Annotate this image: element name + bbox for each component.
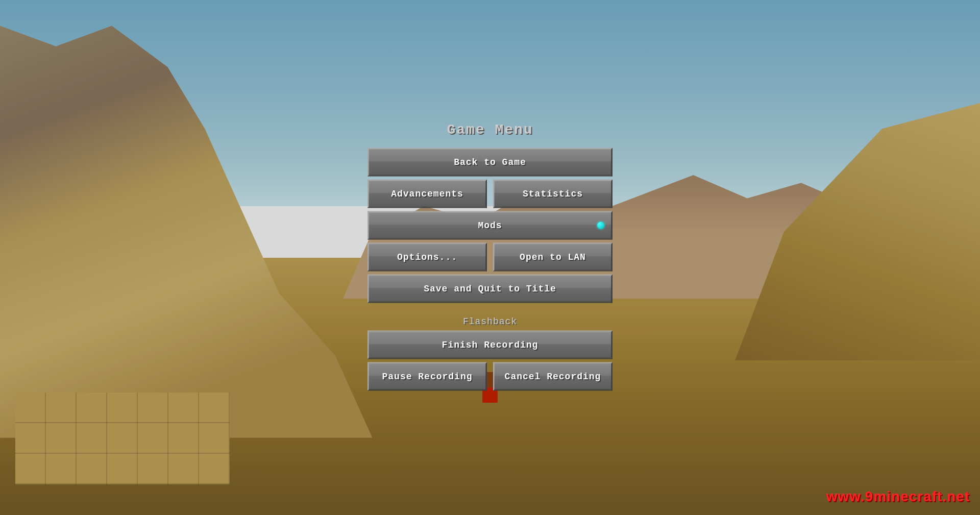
open-to-lan-button[interactable]: Open to LAN (493, 242, 612, 271)
cancel-recording-button[interactable]: Cancel Recording (493, 362, 612, 390)
options-button[interactable]: Options... (368, 242, 487, 271)
finish-recording-button[interactable]: Finish Recording (368, 330, 612, 359)
pause-cancel-row: Pause Recording Cancel Recording (368, 362, 612, 390)
statistics-button[interactable]: Statistics (493, 179, 612, 208)
pause-recording-button[interactable]: Pause Recording (368, 362, 487, 390)
flashback-section: Flashback Finish Recording Pause Recordi… (368, 316, 612, 394)
mods-container: Mods (368, 211, 612, 239)
mods-button[interactable]: Mods (368, 211, 612, 239)
flashback-label: Flashback (463, 316, 517, 326)
advancements-button[interactable]: Advancements (368, 179, 487, 208)
game-menu: Game Menu Back to Game Advancements Stat… (362, 121, 618, 394)
save-and-quit-button[interactable]: Save and Quit to Title (368, 274, 612, 303)
menu-title: Game Menu (447, 121, 533, 137)
watermark: www.9minecraft.net (826, 488, 970, 505)
advancements-statistics-row: Advancements Statistics (368, 179, 612, 208)
options-lan-row: Options... Open to LAN (368, 242, 612, 271)
back-to-game-button[interactable]: Back to Game (368, 148, 612, 176)
